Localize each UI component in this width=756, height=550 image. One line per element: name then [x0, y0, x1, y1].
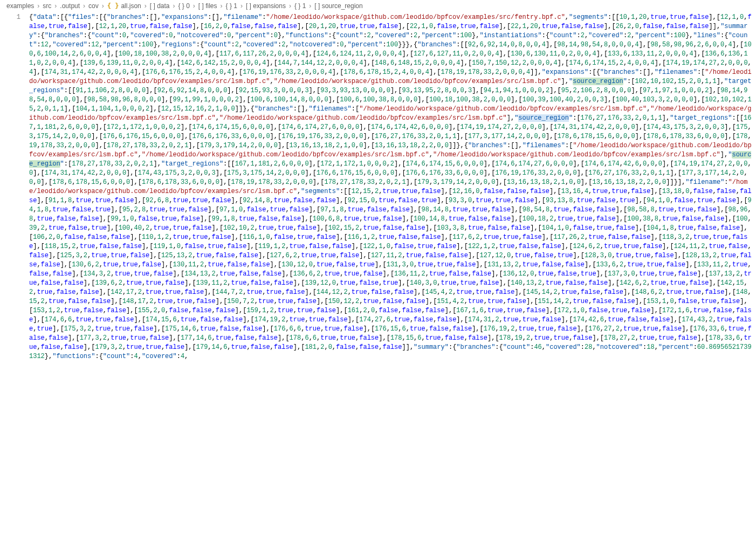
code-content[interactable]: {"data":[{"files":[{"branches":[],"expan…	[27, 12, 756, 549]
chevron-right-icon: ›	[145, 2, 147, 10]
chevron-right-icon: ›	[37, 2, 39, 10]
line-number: 1	[0, 13, 20, 22]
chevron-right-icon: ›	[240, 2, 243, 10]
line-number-gutter: 1	[0, 12, 27, 549]
chevron-right-icon: ›	[309, 2, 311, 10]
breadcrumb-item[interactable]: [ ] data	[150, 2, 170, 10]
chevron-right-icon: ›	[54, 2, 57, 10]
chevron-right-icon: ›	[221, 2, 223, 10]
breadcrumb-item[interactable]: { } 1	[226, 2, 237, 10]
breadcrumb-item[interactable]: { } 1	[294, 2, 306, 10]
chevron-right-icon: ›	[193, 2, 195, 10]
code-editor[interactable]: 1 {"data":[{"files":[{"branches":[],"exp…	[0, 12, 756, 549]
breadcrumb-item[interactable]: [ ] source_region	[314, 2, 362, 10]
chevron-right-icon: ›	[173, 2, 175, 10]
breadcrumb-item[interactable]: .output	[60, 2, 80, 10]
chevron-right-icon: ›	[102, 2, 104, 10]
breadcrumb-item[interactable]: examples	[6, 2, 34, 10]
chevron-right-icon: ›	[83, 2, 85, 10]
breadcrumb-item[interactable]: [ ] expansions	[246, 2, 286, 10]
chevron-right-icon: ›	[289, 2, 291, 10]
breadcrumb: examples › src › .output › cov › { } all…	[0, 0, 756, 12]
breadcrumb-item[interactable]: src	[43, 2, 51, 10]
json-file-icon: { }	[107, 2, 119, 10]
breadcrumb-item[interactable]: all.json	[121, 2, 141, 10]
breadcrumb-item[interactable]: [ ] files	[198, 2, 217, 10]
breadcrumb-item[interactable]: cov	[88, 2, 99, 10]
breadcrumb-item[interactable]: { } 0	[178, 2, 190, 10]
